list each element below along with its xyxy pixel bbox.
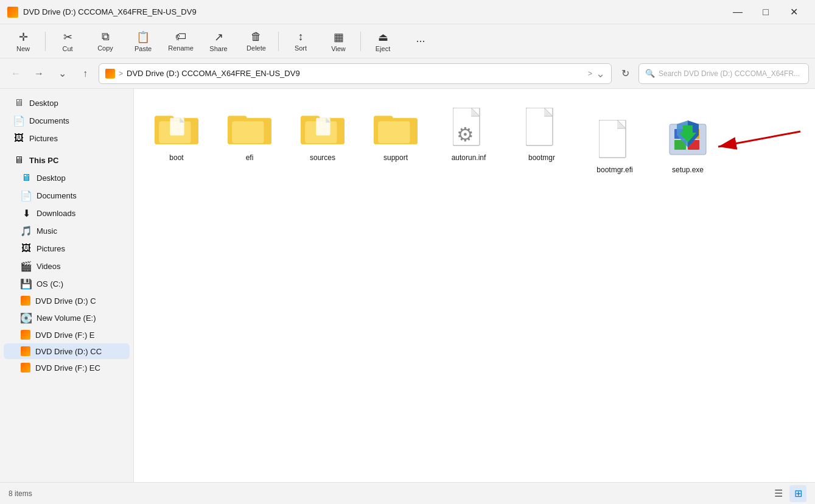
folder-icon [374,106,418,150]
eject-button[interactable]: ⏏ Eject [365,27,401,56]
up-button[interactable]: ↑ [75,64,95,83]
inf-file-icon: ⚙ [447,106,491,150]
list-view-button[interactable]: ☰ [770,485,787,502]
view-button[interactable]: ▦ View [320,27,357,56]
generic-file-icon [593,118,637,162]
sidebar-item-music-pc[interactable]: 🎵 Music [4,222,130,239]
back-button[interactable]: ← [6,64,26,83]
music-icon: 🎵 [21,225,32,236]
documents-icon: 📄 [21,190,32,201]
pictures-icon: 🖼 [21,243,32,254]
cut-button[interactable]: ✂ Cut [49,27,86,56]
paste-icon: 📋 [136,30,150,44]
sidebar-label: DVD Drive (D:) CC [35,347,102,356]
sidebar-item-dvd-f[interactable]: DVD Drive (F:) E [4,327,130,343]
main-layout: 🖥 Desktop 📄 Documents 🖼 Pictures 🖥 This … [0,89,815,482]
list-item[interactable]: bootmgr.efi [584,113,645,179]
this-pc-icon: 🖥 [13,155,24,166]
sidebar-item-videos-pc[interactable]: 🎬 Videos [4,257,130,275]
sidebar-label: Pictures [29,134,58,143]
search-placeholder: Search DVD Drive (D:) CCCOMA_X64FR... [659,69,800,78]
search-box[interactable]: 🔍 Search DVD Drive (D:) CCCOMA_X64FR... [638,63,809,84]
list-item[interactable]: support [365,101,426,179]
file-label: efi [246,153,254,162]
delete-label: Delete [247,44,266,52]
file-label: autorun.inf [452,153,486,162]
sidebar-label: Desktop [29,99,58,108]
grid-view-button[interactable]: ⊞ [789,485,806,502]
address-bar: ← → ⌄ ↑ > DVD Drive (D:) CCCOMA_X64FRE_E… [0,58,815,89]
copy-button[interactable]: ⧉ Copy [87,27,124,56]
file-label: boot [169,153,183,162]
sidebar-item-desktop-pc[interactable]: 🖥 Desktop [4,169,130,186]
refresh-button[interactable]: ↻ [615,64,635,83]
list-item[interactable]: boot [146,101,207,179]
title-bar-left: DVD Drive (D:) CCCOMA_X64FRE_EN-US_DV9 [7,7,197,18]
delete-icon: 🗑 [251,30,262,43]
desktop-icon: 🖥 [21,172,32,183]
status-bar: 8 items ☰ ⊞ [0,482,815,504]
list-item[interactable]: efi [219,101,280,179]
list-item[interactable]: bootmgr [511,101,572,179]
sidebar-label: Pictures [37,244,65,253]
new-label: New [16,45,30,52]
path-text: DVD Drive (D:) CCCOMA_X64FRE_EN-US_DV9 [127,69,584,78]
more-button[interactable]: ··· [402,27,439,56]
sidebar-label: New Volume (E:) [37,313,96,323]
eject-label: Eject [376,45,390,52]
dvd-icon [21,330,30,340]
path-chevron-2: > [588,69,592,78]
sidebar-item-documents-pinned[interactable]: 📄 Documents [4,112,130,129]
app-icon [7,7,18,18]
volume-icon: 💽 [21,312,32,323]
sidebar-item-dvd-d[interactable]: DVD Drive (D:) C [4,293,130,309]
recent-button[interactable]: ⌄ [52,64,72,83]
sidebar-item-pictures-pinned[interactable]: 🖼 Pictures [4,130,130,147]
toolbar-separator-3 [360,32,361,51]
list-item[interactable]: ⚙ autorun.inf [438,101,499,179]
sidebar-label: Documents [37,191,77,200]
downloads-icon: ⬇ [21,208,32,219]
rename-label: Rename [168,44,194,52]
sidebar-label: DVD Drive (F:) EC [35,363,100,373]
minimize-button[interactable]: — [724,0,752,24]
cut-icon: ✂ [63,30,72,44]
sidebar-item-pictures-pc[interactable]: 🖼 Pictures [4,240,130,257]
sidebar-item-new-vol-e[interactable]: 💽 New Volume (E:) [4,309,130,326]
sidebar-item-documents-pc[interactable]: 📄 Documents [4,187,130,204]
delete-button[interactable]: 🗑 Delete [238,27,275,56]
rename-button[interactable]: 🏷 Rename [163,27,199,56]
toolbar-separator-2 [278,32,279,51]
title-bar: DVD Drive (D:) CCCOMA_X64FRE_EN-US_DV9 —… [0,0,815,24]
sidebar-item-this-pc[interactable]: 🖥 This PC [4,152,130,169]
videos-icon: 🎬 [21,261,32,271]
toolbar-separator-1 [45,32,46,51]
sidebar-item-desktop-pinned[interactable]: 🖥 Desktop [4,94,130,111]
list-item[interactable]: setup.exe [657,113,718,179]
address-path[interactable]: > DVD Drive (D:) CCCOMA_X64FRE_EN-US_DV9… [99,63,612,84]
file-grid: boot efi [146,101,803,179]
dvd-icon [21,296,30,306]
sidebar-item-dvd-f2[interactable]: DVD Drive (F:) EC [4,360,130,376]
sort-button[interactable]: ↕ Sort [282,27,319,56]
sidebar-label: Music [37,226,57,236]
forward-button[interactable]: → [29,64,49,83]
copy-label: Copy [97,44,113,52]
path-dropdown-icon[interactable]: ⌄ [596,67,605,80]
new-button[interactable]: ✛ New [5,27,41,56]
new-icon: ✛ [19,30,28,44]
sidebar-item-downloads-pc[interactable]: ⬇ Downloads [4,205,130,222]
paste-button[interactable]: 📋 Paste [125,27,161,56]
file-label: support [383,153,408,162]
dvd-icon [21,363,30,373]
sidebar-item-os-c[interactable]: 💾 OS (C:) [4,275,130,292]
folder-icon [301,106,345,150]
search-icon: 🔍 [645,69,655,78]
sidebar-item-dvd-d-active[interactable]: DVD Drive (D:) CC [4,343,130,359]
close-button[interactable]: ✕ [780,0,808,24]
generic-file-icon [520,106,564,150]
share-button[interactable]: ↗ Share [200,27,237,56]
list-item[interactable]: sources [292,101,353,179]
maximize-button[interactable]: □ [752,0,780,24]
status-bar-right: ☰ ⊞ [770,485,806,502]
